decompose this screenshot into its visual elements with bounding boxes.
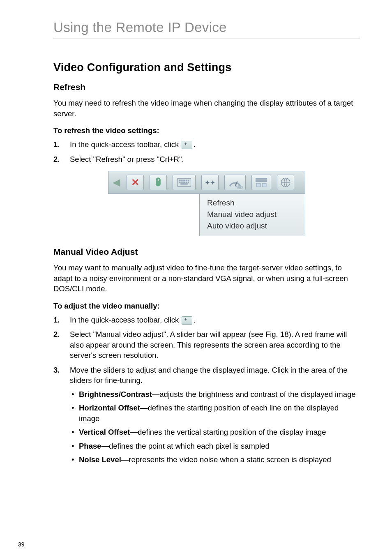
refresh-step1-post: . bbox=[193, 140, 195, 149]
svg-rect-17 bbox=[256, 183, 261, 187]
page-title: Using the Remote IP Device bbox=[53, 20, 360, 39]
keyboard-icon bbox=[176, 178, 192, 187]
step-number: 3. bbox=[53, 365, 70, 376]
svg-rect-4 bbox=[184, 180, 185, 181]
svg-rect-1 bbox=[179, 180, 180, 181]
svg-rect-15 bbox=[256, 178, 267, 180]
max-label: Max bbox=[235, 185, 243, 189]
refresh-heading: Refresh bbox=[53, 82, 360, 92]
page-number: 39 bbox=[18, 541, 25, 548]
close-button[interactable]: ✕ bbox=[127, 175, 144, 190]
manual-howto-heading: To adjust the video manually: bbox=[53, 302, 360, 311]
bullet-label: Brightness/Contrast— bbox=[79, 390, 159, 399]
bullet-vertical: Vertical Offset—defines the vertical sta… bbox=[70, 427, 360, 438]
bullet-phase: Phase—defines the point at which each pi… bbox=[70, 441, 360, 452]
svg-rect-16 bbox=[256, 180, 267, 182]
performance-button[interactable]: Max bbox=[224, 175, 246, 190]
manual-step2-text: Select "Manual video adjust". A slider b… bbox=[70, 329, 360, 361]
svg-rect-13 bbox=[180, 183, 188, 184]
bullet-text: defines the point at which each pixel is… bbox=[109, 442, 270, 450]
bullet-text: defines the vertical starting position o… bbox=[138, 428, 326, 436]
manual-step3-intro: Move the sliders to adjust and change th… bbox=[70, 366, 348, 385]
svg-rect-18 bbox=[262, 183, 266, 187]
refresh-step2-text: Select "Refresh" or press "Crl+R". bbox=[70, 154, 360, 165]
chevron-down-icon: ⌄ bbox=[166, 185, 169, 191]
globe-icon bbox=[280, 177, 291, 188]
step-number: 2. bbox=[53, 154, 70, 165]
video-adjust-icon: ✦✦ bbox=[205, 179, 215, 187]
close-icon: ✕ bbox=[131, 177, 139, 188]
refresh-intro: You may need to refresh the video image … bbox=[53, 98, 360, 119]
keyboard-button[interactable]: ⌄ bbox=[173, 175, 196, 190]
globe-button[interactable] bbox=[277, 175, 294, 190]
svg-rect-11 bbox=[186, 182, 187, 183]
toolbar-figure: ◀ ✕ ⌄ ⌄ ✦✦ ⌄ Max Refresh Manual video ad… bbox=[108, 171, 305, 236]
screens-button[interactable] bbox=[251, 175, 271, 190]
manual-step1-post: . bbox=[193, 316, 195, 324]
step-number: 1. bbox=[53, 315, 70, 325]
svg-rect-2 bbox=[180, 180, 182, 181]
manual-intro: You may want to manually adjust video to… bbox=[53, 263, 360, 294]
step-number: 1. bbox=[53, 139, 70, 150]
manual-bullets: Brightness/Contrast—adjusts the brightne… bbox=[70, 389, 360, 465]
bullet-text: adjusts the brightness and contrast of t… bbox=[159, 390, 355, 399]
mouse-button[interactable]: ⌄ bbox=[150, 175, 167, 190]
collapse-button[interactable]: ◀ bbox=[112, 175, 121, 190]
manual-heading: Manual Video Adjust bbox=[53, 247, 360, 257]
video-adjust-icon bbox=[182, 316, 192, 325]
menu-item-manual-adjust[interactable]: Manual video adjust bbox=[207, 209, 305, 220]
bullet-horizontal: Horizontal Offset—defines the starting p… bbox=[70, 403, 360, 424]
screens-icon bbox=[254, 177, 268, 188]
section-title: Video Configuration and Settings bbox=[53, 61, 360, 74]
svg-rect-8 bbox=[180, 182, 182, 183]
video-adjust-button[interactable]: ✦✦ ⌄ bbox=[201, 175, 219, 190]
manual-step1-pre: In the quick-access toolbar, click bbox=[70, 316, 181, 324]
svg-rect-7 bbox=[179, 182, 180, 183]
svg-rect-9 bbox=[182, 182, 184, 183]
svg-rect-12 bbox=[188, 182, 189, 183]
menu-item-auto-adjust[interactable]: Auto video adjust bbox=[207, 220, 305, 232]
bullet-brightness: Brightness/Contrast—adjusts the brightne… bbox=[70, 389, 360, 400]
bullet-label: Phase— bbox=[79, 442, 109, 450]
bullet-text: represents the video noise when a static… bbox=[129, 455, 331, 464]
refresh-step-1: 1. In the quick-access toolbar, click . bbox=[53, 139, 360, 150]
bullet-label: Noise Level— bbox=[79, 455, 129, 464]
refresh-howto-heading: To refresh the video settings: bbox=[53, 126, 360, 135]
refresh-step-2: 2. Select "Refresh" or press "Crl+R". bbox=[53, 154, 360, 165]
manual-step-1: 1. In the quick-access toolbar, click . bbox=[53, 315, 360, 325]
video-dropdown-menu: Refresh Manual video adjust Auto video a… bbox=[199, 194, 305, 236]
toolbar-row: ◀ ✕ ⌄ ⌄ ✦✦ ⌄ Max bbox=[108, 171, 305, 194]
bullet-label: Horizontal Offset— bbox=[79, 403, 148, 412]
step-number: 2. bbox=[53, 329, 70, 340]
bullet-noise: Noise Level—represents the video noise w… bbox=[70, 454, 360, 465]
manual-step-2: 2. Select "Manual video adjust". A slide… bbox=[53, 329, 360, 361]
mouse-icon bbox=[152, 177, 164, 188]
refresh-steps: 1. In the quick-access toolbar, click . … bbox=[53, 139, 360, 164]
svg-rect-10 bbox=[184, 182, 185, 183]
svg-rect-5 bbox=[186, 180, 187, 181]
chevron-down-icon: ⌄ bbox=[217, 185, 221, 191]
manual-steps: 1. In the quick-access toolbar, click . … bbox=[53, 315, 360, 468]
bullet-label: Vertical Offset— bbox=[79, 428, 138, 436]
refresh-step1-pre: In the quick-access toolbar, click bbox=[70, 140, 181, 149]
svg-rect-6 bbox=[188, 180, 189, 181]
menu-item-refresh[interactable]: Refresh bbox=[207, 197, 305, 209]
manual-step-3: 3. Move the sliders to adjust and change… bbox=[53, 365, 360, 468]
svg-rect-3 bbox=[182, 180, 184, 181]
video-adjust-icon bbox=[182, 141, 192, 149]
chevron-down-icon: ⌄ bbox=[194, 185, 198, 191]
